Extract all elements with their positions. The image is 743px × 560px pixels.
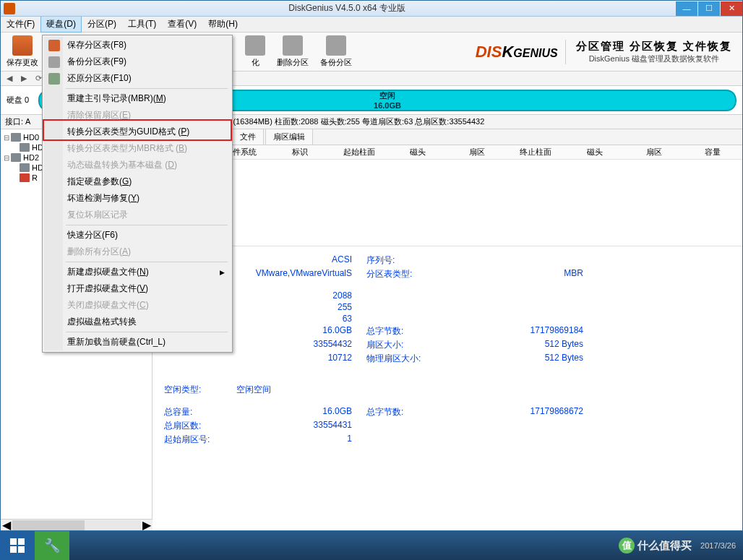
- backup-icon: [326, 35, 346, 56]
- col-sector1[interactable]: 扇区: [447, 147, 507, 158]
- start-button[interactable]: [0, 531, 35, 560]
- col-endcyl[interactable]: 终止柱面: [507, 147, 566, 158]
- menu-item-11: 复位坏扇区记录: [44, 207, 231, 223]
- menu-item-4[interactable]: 重建主引导记录(MBR)(M): [44, 90, 231, 107]
- col-head2[interactable]: 磁头: [565, 147, 624, 158]
- menu-item-2[interactable]: 还原分区表(F10): [44, 70, 231, 87]
- delete-icon: [283, 35, 303, 56]
- menu-item-8: 动态磁盘转换为基本磁盘 (D): [44, 157, 231, 173]
- menu-item-16[interactable]: 新建虚拟硬盘文件(N)▶: [44, 264, 231, 280]
- app-icon: [4, 3, 15, 14]
- tool-backup[interactable]: 备份分区: [314, 34, 358, 69]
- watermark-badge: 值: [619, 538, 635, 553]
- tab-files[interactable]: 文件: [232, 129, 264, 145]
- col-flag[interactable]: 标识: [270, 147, 330, 158]
- menu-item-7: 转换分区表类型为MBR格式 (B): [44, 140, 231, 157]
- brand-area: DISKGENIUS 分区管理 分区恢复 文件恢复 DiskGenius 磁盘管…: [468, 40, 742, 64]
- tray: 值 什么值得买 2017/3/26: [611, 538, 743, 553]
- menu-file[interactable]: 文件(F): [1, 16, 40, 33]
- partition-list[interactable]: [153, 160, 742, 246]
- col-sector2[interactable]: 扇区: [624, 147, 684, 158]
- save-icon: [12, 35, 33, 56]
- save-icon: [48, 40, 60, 51]
- menu-item-19[interactable]: 虚拟磁盘格式转换: [44, 314, 231, 330]
- col-capacity[interactable]: 容量: [683, 147, 742, 158]
- minimize-button[interactable]: ―: [676, 1, 697, 16]
- tray-date: 2017/3/26: [700, 541, 736, 550]
- watermark: 值 什么值得买: [619, 538, 692, 553]
- menu-item-14: 删除所有分区(A): [44, 244, 231, 260]
- nav-fwd-icon[interactable]: ▶: [18, 73, 30, 85]
- disk-menu-dropdown: 保存分区表(F8)备份分区表(F9)还原分区表(F10)重建主引导记录(MBR)…: [42, 35, 233, 353]
- disk-icon: [20, 163, 30, 172]
- tabs: 文件 扇区编辑: [153, 129, 742, 145]
- column-headers: 序号(状态) 文件系统 标识 起始柱面 磁头 扇区 终止柱面 磁头 扇区 容量: [153, 145, 742, 160]
- menu-disk[interactable]: 硬盘(D): [40, 16, 82, 33]
- tool-save[interactable]: 保存更改: [1, 34, 44, 69]
- tool-format[interactable]: 化: [239, 34, 271, 69]
- menu-partition[interactable]: 分区(P): [82, 16, 122, 33]
- menu-item-17[interactable]: 打开虚拟硬盘文件(V): [44, 280, 231, 297]
- titlebar: DiskGenius V4.5.0 x64 专业版 ― ☐ ✕: [1, 1, 742, 17]
- tool-delete[interactable]: 删除分区: [271, 34, 314, 69]
- disk-icon: [20, 143, 30, 152]
- col-startcyl[interactable]: 起始柱面: [330, 147, 389, 158]
- window-title: DiskGenius V4.5.0 x64 专业版: [18, 2, 676, 14]
- menubar: 文件(F) 硬盘(D) 分区(P) 工具(T) 查看(V) 帮助(H): [1, 17, 742, 33]
- right-panel: 文件 扇区编辑 序号(状态) 文件系统 标识 起始柱面 磁头 扇区 终止柱面 磁…: [153, 129, 742, 519]
- disk-icon: [11, 153, 21, 162]
- menu-item-0[interactable]: 保存分区表(F8): [44, 37, 231, 53]
- nav-back-icon[interactable]: ◀: [4, 73, 15, 85]
- submenu-arrow-icon: ▶: [220, 269, 225, 276]
- tab-sector-edit[interactable]: 扇区编辑: [265, 129, 313, 145]
- menu-item-1[interactable]: 备份分区表(F9): [44, 53, 231, 70]
- taskbar-app[interactable]: 🔧: [35, 531, 69, 560]
- menu-item-18: 关闭虚拟硬盘文件(C): [44, 297, 231, 314]
- brand-line1: 分区管理 分区恢复 文件恢复: [576, 40, 732, 53]
- tree-hscroll[interactable]: ◀ ▶: [1, 519, 153, 530]
- removable-icon: [20, 173, 30, 182]
- menu-item-9[interactable]: 指定硬盘参数(G): [44, 173, 231, 190]
- menu-view[interactable]: 查看(V): [162, 16, 202, 33]
- windows-icon: [10, 538, 25, 553]
- brand-logo: DISKGENIUS: [468, 43, 565, 61]
- menu-item-6[interactable]: 转换分区表类型为GUID格式 (P): [44, 124, 231, 140]
- col-head1[interactable]: 磁头: [388, 147, 447, 158]
- taskbar: 🔧 值 什么值得买 2017/3/26: [0, 531, 743, 560]
- maximize-button[interactable]: ☐: [698, 1, 720, 16]
- details-pane: ACSI序列号: VMware,VMwareVirtualS分区表类型:MBR …: [153, 246, 742, 519]
- restore-icon: [48, 73, 60, 85]
- menu-item-13[interactable]: 快速分区(F6): [44, 227, 231, 244]
- brand-line2: DiskGenius 磁盘管理及数据恢复软件: [589, 53, 719, 64]
- backup-icon: [48, 56, 60, 68]
- close-button[interactable]: ✕: [721, 1, 742, 16]
- disk-icon: [11, 133, 21, 142]
- menu-item-21[interactable]: 重新加载当前硬盘(Ctrl_L): [44, 334, 231, 350]
- disk-label: 硬盘 0: [7, 95, 35, 105]
- menu-item-10[interactable]: 坏道检测与修复(Y): [44, 190, 231, 207]
- menu-tools[interactable]: 工具(T): [122, 16, 162, 33]
- menu-help[interactable]: 帮助(H): [202, 16, 244, 33]
- menu-item-5: 清除保留扇区(E): [44, 107, 231, 124]
- interface-label: 接口: A: [5, 116, 30, 127]
- format-icon: [245, 35, 265, 56]
